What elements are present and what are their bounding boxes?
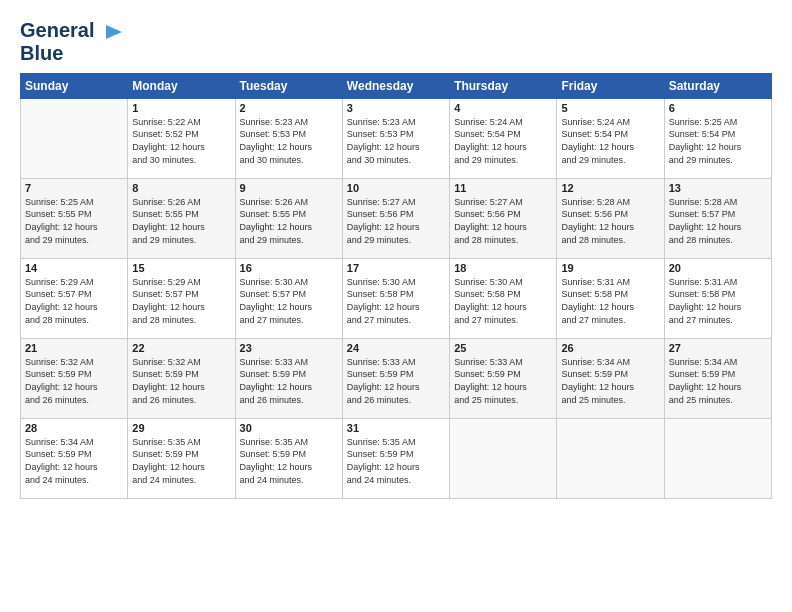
day-cell: 1Sunrise: 5:22 AM Sunset: 5:52 PM Daylig…	[128, 98, 235, 178]
day-number: 24	[347, 342, 445, 354]
day-cell: 14Sunrise: 5:29 AM Sunset: 5:57 PM Dayli…	[21, 258, 128, 338]
day-number: 4	[454, 102, 552, 114]
day-cell: 3Sunrise: 5:23 AM Sunset: 5:53 PM Daylig…	[342, 98, 449, 178]
day-cell	[664, 418, 771, 498]
day-info: Sunrise: 5:32 AM Sunset: 5:59 PM Dayligh…	[25, 356, 123, 406]
day-cell: 18Sunrise: 5:30 AM Sunset: 5:58 PM Dayli…	[450, 258, 557, 338]
day-cell	[21, 98, 128, 178]
day-cell: 6Sunrise: 5:25 AM Sunset: 5:54 PM Daylig…	[664, 98, 771, 178]
day-cell: 20Sunrise: 5:31 AM Sunset: 5:58 PM Dayli…	[664, 258, 771, 338]
day-info: Sunrise: 5:27 AM Sunset: 5:56 PM Dayligh…	[454, 196, 552, 246]
day-info: Sunrise: 5:24 AM Sunset: 5:54 PM Dayligh…	[561, 116, 659, 166]
day-number: 7	[25, 182, 123, 194]
day-number: 31	[347, 422, 445, 434]
day-cell	[450, 418, 557, 498]
day-info: Sunrise: 5:31 AM Sunset: 5:58 PM Dayligh…	[669, 276, 767, 326]
day-info: Sunrise: 5:34 AM Sunset: 5:59 PM Dayligh…	[561, 356, 659, 406]
day-info: Sunrise: 5:35 AM Sunset: 5:59 PM Dayligh…	[347, 436, 445, 486]
week-row-5: 28Sunrise: 5:34 AM Sunset: 5:59 PM Dayli…	[21, 418, 772, 498]
day-cell: 17Sunrise: 5:30 AM Sunset: 5:58 PM Dayli…	[342, 258, 449, 338]
day-number: 25	[454, 342, 552, 354]
col-header-monday: Monday	[128, 73, 235, 98]
day-number: 2	[240, 102, 338, 114]
day-info: Sunrise: 5:28 AM Sunset: 5:56 PM Dayligh…	[561, 196, 659, 246]
day-cell: 29Sunrise: 5:35 AM Sunset: 5:59 PM Dayli…	[128, 418, 235, 498]
day-number: 27	[669, 342, 767, 354]
day-info: Sunrise: 5:29 AM Sunset: 5:57 PM Dayligh…	[132, 276, 230, 326]
day-cell	[557, 418, 664, 498]
day-cell: 28Sunrise: 5:34 AM Sunset: 5:59 PM Dayli…	[21, 418, 128, 498]
logo-triangle-icon	[102, 21, 124, 43]
calendar-table: SundayMondayTuesdayWednesdayThursdayFrid…	[20, 73, 772, 499]
day-number: 8	[132, 182, 230, 194]
day-number: 28	[25, 422, 123, 434]
logo: General Blue	[20, 20, 124, 63]
day-cell: 26Sunrise: 5:34 AM Sunset: 5:59 PM Dayli…	[557, 338, 664, 418]
day-cell: 5Sunrise: 5:24 AM Sunset: 5:54 PM Daylig…	[557, 98, 664, 178]
day-number: 29	[132, 422, 230, 434]
day-info: Sunrise: 5:26 AM Sunset: 5:55 PM Dayligh…	[132, 196, 230, 246]
day-info: Sunrise: 5:31 AM Sunset: 5:58 PM Dayligh…	[561, 276, 659, 326]
day-info: Sunrise: 5:27 AM Sunset: 5:56 PM Dayligh…	[347, 196, 445, 246]
week-row-2: 7Sunrise: 5:25 AM Sunset: 5:55 PM Daylig…	[21, 178, 772, 258]
col-header-friday: Friday	[557, 73, 664, 98]
day-cell: 15Sunrise: 5:29 AM Sunset: 5:57 PM Dayli…	[128, 258, 235, 338]
day-cell: 2Sunrise: 5:23 AM Sunset: 5:53 PM Daylig…	[235, 98, 342, 178]
day-cell: 11Sunrise: 5:27 AM Sunset: 5:56 PM Dayli…	[450, 178, 557, 258]
day-info: Sunrise: 5:34 AM Sunset: 5:59 PM Dayligh…	[669, 356, 767, 406]
day-cell: 4Sunrise: 5:24 AM Sunset: 5:54 PM Daylig…	[450, 98, 557, 178]
day-cell: 27Sunrise: 5:34 AM Sunset: 5:59 PM Dayli…	[664, 338, 771, 418]
day-cell: 24Sunrise: 5:33 AM Sunset: 5:59 PM Dayli…	[342, 338, 449, 418]
col-header-tuesday: Tuesday	[235, 73, 342, 98]
day-info: Sunrise: 5:30 AM Sunset: 5:58 PM Dayligh…	[347, 276, 445, 326]
day-cell: 21Sunrise: 5:32 AM Sunset: 5:59 PM Dayli…	[21, 338, 128, 418]
day-number: 21	[25, 342, 123, 354]
week-row-1: 1Sunrise: 5:22 AM Sunset: 5:52 PM Daylig…	[21, 98, 772, 178]
day-info: Sunrise: 5:30 AM Sunset: 5:57 PM Dayligh…	[240, 276, 338, 326]
page: General Blue SundayMondayTuesdayWednesda…	[0, 0, 792, 612]
day-number: 22	[132, 342, 230, 354]
logo-text-general: General	[20, 20, 124, 43]
svg-marker-0	[106, 25, 122, 39]
day-info: Sunrise: 5:35 AM Sunset: 5:59 PM Dayligh…	[240, 436, 338, 486]
day-number: 20	[669, 262, 767, 274]
day-cell: 16Sunrise: 5:30 AM Sunset: 5:57 PM Dayli…	[235, 258, 342, 338]
day-number: 13	[669, 182, 767, 194]
day-info: Sunrise: 5:34 AM Sunset: 5:59 PM Dayligh…	[25, 436, 123, 486]
day-info: Sunrise: 5:35 AM Sunset: 5:59 PM Dayligh…	[132, 436, 230, 486]
day-number: 19	[561, 262, 659, 274]
day-cell: 19Sunrise: 5:31 AM Sunset: 5:58 PM Dayli…	[557, 258, 664, 338]
day-info: Sunrise: 5:29 AM Sunset: 5:57 PM Dayligh…	[25, 276, 123, 326]
day-cell: 23Sunrise: 5:33 AM Sunset: 5:59 PM Dayli…	[235, 338, 342, 418]
col-header-wednesday: Wednesday	[342, 73, 449, 98]
day-info: Sunrise: 5:26 AM Sunset: 5:55 PM Dayligh…	[240, 196, 338, 246]
col-header-thursday: Thursday	[450, 73, 557, 98]
header: General Blue	[20, 20, 772, 63]
day-cell: 30Sunrise: 5:35 AM Sunset: 5:59 PM Dayli…	[235, 418, 342, 498]
day-info: Sunrise: 5:24 AM Sunset: 5:54 PM Dayligh…	[454, 116, 552, 166]
day-info: Sunrise: 5:23 AM Sunset: 5:53 PM Dayligh…	[240, 116, 338, 166]
day-number: 1	[132, 102, 230, 114]
day-number: 9	[240, 182, 338, 194]
day-info: Sunrise: 5:32 AM Sunset: 5:59 PM Dayligh…	[132, 356, 230, 406]
day-number: 12	[561, 182, 659, 194]
day-info: Sunrise: 5:33 AM Sunset: 5:59 PM Dayligh…	[454, 356, 552, 406]
day-info: Sunrise: 5:30 AM Sunset: 5:58 PM Dayligh…	[454, 276, 552, 326]
day-number: 5	[561, 102, 659, 114]
week-row-3: 14Sunrise: 5:29 AM Sunset: 5:57 PM Dayli…	[21, 258, 772, 338]
header-row: SundayMondayTuesdayWednesdayThursdayFrid…	[21, 73, 772, 98]
day-cell: 10Sunrise: 5:27 AM Sunset: 5:56 PM Dayli…	[342, 178, 449, 258]
day-cell: 22Sunrise: 5:32 AM Sunset: 5:59 PM Dayli…	[128, 338, 235, 418]
day-cell: 25Sunrise: 5:33 AM Sunset: 5:59 PM Dayli…	[450, 338, 557, 418]
day-info: Sunrise: 5:25 AM Sunset: 5:55 PM Dayligh…	[25, 196, 123, 246]
day-number: 23	[240, 342, 338, 354]
week-row-4: 21Sunrise: 5:32 AM Sunset: 5:59 PM Dayli…	[21, 338, 772, 418]
day-cell: 7Sunrise: 5:25 AM Sunset: 5:55 PM Daylig…	[21, 178, 128, 258]
day-cell: 8Sunrise: 5:26 AM Sunset: 5:55 PM Daylig…	[128, 178, 235, 258]
day-number: 11	[454, 182, 552, 194]
day-cell: 13Sunrise: 5:28 AM Sunset: 5:57 PM Dayli…	[664, 178, 771, 258]
day-info: Sunrise: 5:25 AM Sunset: 5:54 PM Dayligh…	[669, 116, 767, 166]
day-info: Sunrise: 5:33 AM Sunset: 5:59 PM Dayligh…	[240, 356, 338, 406]
day-cell: 31Sunrise: 5:35 AM Sunset: 5:59 PM Dayli…	[342, 418, 449, 498]
day-cell: 12Sunrise: 5:28 AM Sunset: 5:56 PM Dayli…	[557, 178, 664, 258]
